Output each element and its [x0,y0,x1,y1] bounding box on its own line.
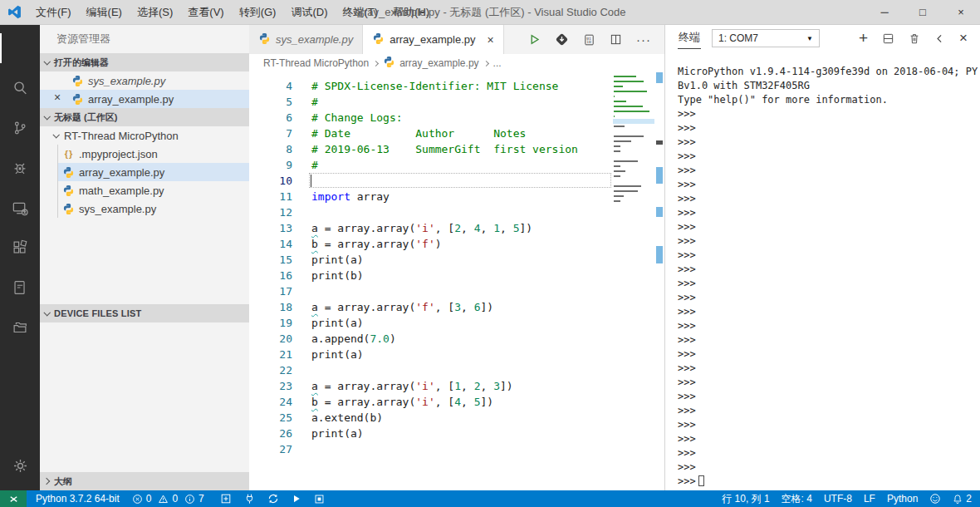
terminal-cursor [698,475,704,486]
terminal-prompt: >>> [678,404,980,418]
window-title: array_example.py - 无标题 (工作区) - Visual St… [354,5,625,20]
new-terminal-icon[interactable]: + [859,32,868,44]
activity-search[interactable] [0,68,40,108]
open-editor-item[interactable]: ×array_example.py [40,90,249,108]
status-indentation[interactable]: 空格: 4 [782,492,812,506]
activity-remote-device[interactable] [0,188,40,228]
menu-item[interactable]: 调试(D) [283,0,335,25]
breadcrumb-item[interactable]: RT-Thread MicroPython [263,57,369,69]
status-feedback-smiley[interactable] [929,493,941,505]
python-icon [372,32,385,47]
status-stop[interactable] [314,494,325,505]
status-add-box[interactable] [220,493,232,505]
code-line: 6# Change Logs: [249,110,664,126]
outline-header[interactable]: 大纲 [40,472,249,490]
tab-terminal[interactable]: 终端 [678,27,701,49]
minimize-button[interactable]: ─ [865,0,904,24]
breadcrumb-label: array_example.py [399,57,478,69]
status-encoding[interactable]: UTF-8 [824,493,852,505]
terminal-text: MicroPython v1.9.4-114-g309fe39d on 2018… [678,65,980,79]
open-editors-header[interactable]: 打开的编辑器 [40,53,249,71]
editor-tabs: sys_example.pyarray_example.py× 0110··· [249,25,664,54]
menu-item[interactable]: 文件(F) [28,0,79,25]
terminal-prompt: >>> [678,220,980,234]
status-problems[interactable]: 007 [132,493,208,505]
tree-folder-rtthread[interactable]: RT-Thread MicroPython [40,126,249,145]
code-line: 27 [249,441,664,457]
tab-sys_example.py[interactable]: sys_example.py [249,25,363,54]
file-label: sys_example.py [79,203,156,215]
status-python-interpreter[interactable]: Python 3.7.2 64-bit [36,493,120,505]
code-line: 26print(a) [249,426,664,441]
maximize-button[interactable]: □ [904,0,942,24]
activity-extensions[interactable] [0,228,40,268]
activity-explorer[interactable] [0,28,40,68]
remote-indicator[interactable] [0,490,27,507]
sidebar-title: 资源管理器 [40,25,249,53]
close-panel-icon[interactable]: × [959,32,968,44]
terminal-output[interactable]: MicroPython v1.9.4-114-g309fe39d on 2018… [665,52,980,490]
tree-item[interactable]: sys_example.py [58,199,249,218]
device-files-header[interactable]: DEVICE FILES LIST [40,304,249,322]
terminal-select[interactable]: 1: COM7 ▼ [712,29,820,47]
minimap[interactable] [613,74,654,209]
code-editor[interactable]: 4# SPDX-License-Identifier: MIT License5… [249,72,664,490]
menu-item[interactable]: 选择(S) [130,0,180,25]
activity-source-control[interactable] [0,108,40,148]
chevron-down-icon [43,113,50,120]
line-number: 6 [249,110,292,126]
activity-folders[interactable] [0,308,40,347]
download-icon[interactable] [555,32,569,47]
tree-item[interactable]: { }.mpyproject.json [58,145,249,163]
minimap-bar [614,106,643,107]
dropdown-caret-icon: ▼ [806,35,813,42]
svg-text:10: 10 [586,40,591,44]
tree-children: { }.mpyproject.jsonarray_example.pymath_… [57,145,249,218]
breadcrumb-item[interactable]: ... [493,57,502,69]
split-editor-icon[interactable] [610,33,622,46]
close-icon[interactable]: × [54,91,61,104]
line-number: 26 [249,426,292,441]
line-number: 20 [249,331,292,347]
code-line: 13a = array.array('i', [2, 4, 1, 5]) [249,220,664,236]
menu-item[interactable]: 编辑(E) [79,0,130,25]
tree-item[interactable]: math_example.py [58,181,249,199]
close-button[interactable]: × [942,0,980,24]
status-sync[interactable] [267,493,279,505]
open-editor-item[interactable]: sys_example.py [40,71,249,90]
activity-notebook[interactable] [0,268,40,308]
status-plug[interactable] [244,493,255,505]
kill-terminal-icon[interactable] [909,32,920,45]
run-file-icon[interactable] [528,33,541,46]
tab-array_example.py[interactable]: array_example.py× [363,25,504,54]
terminal-prompt: >>> [678,390,980,404]
status-eol[interactable]: LF [864,493,875,505]
python-icon [61,185,75,197]
code-line: 24b = array.array('i', [4, 5]) [249,394,664,410]
code-line: 9# [249,157,664,173]
activity-settings[interactable] [0,445,40,485]
terminal-prompt: >>> [678,291,980,305]
line-number: 14 [249,236,292,252]
line-number: 22 [249,362,292,378]
minimap-bar [614,76,636,77]
status-cursor-position[interactable]: 行 10, 列 1 [722,492,769,506]
close-icon[interactable]: × [488,33,494,47]
python-icon [71,93,84,106]
terminal-panel-header: 终端 1: COM7 ▼ +× [665,25,980,52]
binary-file-icon[interactable]: 0110 [583,33,595,47]
workspace-header[interactable]: 无标题 (工作区) [40,108,249,126]
status-notifications[interactable]: 2 [953,493,972,505]
status-run[interactable] [292,494,301,504]
more-actions-icon[interactable]: ··· [636,36,651,44]
menu-item[interactable]: 查看(V) [180,0,231,25]
activity-debug[interactable] [0,148,40,188]
status-language-mode[interactable]: Python [887,493,918,505]
split-terminal-icon[interactable] [882,32,894,45]
chevron-left-icon[interactable] [934,33,945,44]
minimap-bar [614,101,626,102]
menu-item[interactable]: 转到(G) [232,0,284,25]
vscode-window: 文件(F)编辑(E)选择(S)查看(V)转到(G)调试(D)终端(T)帮助(H)… [0,0,980,507]
tree-item[interactable]: array_example.py [58,163,249,181]
breadcrumb-item[interactable]: array_example.py [383,56,478,71]
